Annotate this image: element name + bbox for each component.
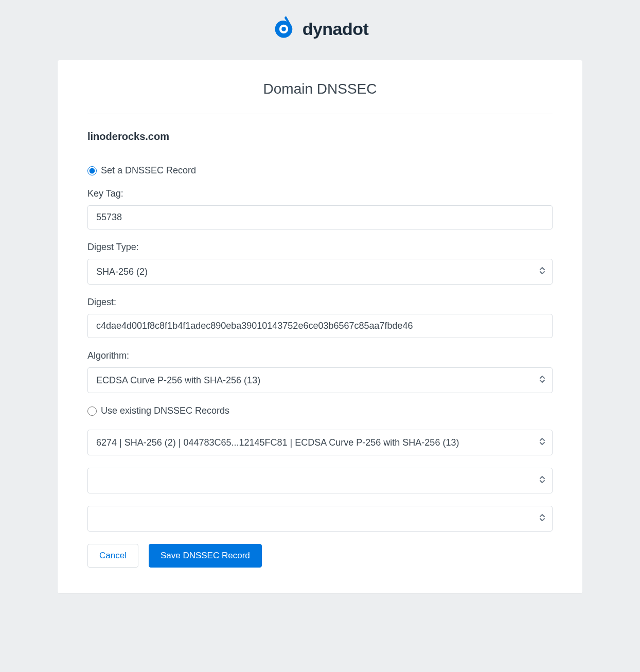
digest-type-select[interactable]: SHA-256 (2) <box>87 259 553 285</box>
dnssec-card: Domain DNSSEC linoderocks.com Set a DNSS… <box>58 60 582 593</box>
algorithm-label: Algorithm: <box>87 350 553 361</box>
existing-record-select-1[interactable]: 6274 | SHA-256 (2) | 044783C65...12145FC… <box>87 430 553 455</box>
radio-set-dnssec[interactable] <box>87 166 97 175</box>
option-use-existing[interactable]: Use existing DNSSEC Records <box>87 405 553 416</box>
key-tag-input[interactable] <box>87 205 553 229</box>
dynadot-logo-icon <box>272 15 303 42</box>
brand-name: dynadot <box>303 19 369 39</box>
radio-use-existing[interactable] <box>87 406 97 416</box>
domain-name: linoderocks.com <box>87 131 553 143</box>
existing-record-select-2[interactable] <box>87 468 553 493</box>
option-set-dnssec[interactable]: Set a DNSSEC Record <box>87 165 553 176</box>
brand-header: dynadot <box>10 15 630 42</box>
cancel-button[interactable]: Cancel <box>87 544 138 568</box>
digest-type-label: Digest Type: <box>87 242 553 253</box>
button-row: Cancel Save DNSSEC Record <box>87 544 553 568</box>
svg-point-1 <box>281 27 286 31</box>
radio-use-existing-label: Use existing DNSSEC Records <box>101 405 229 416</box>
digest-input[interactable] <box>87 314 553 338</box>
divider <box>87 114 553 114</box>
existing-record-select-3[interactable] <box>87 506 553 532</box>
page-title: Domain DNSSEC <box>87 81 553 97</box>
key-tag-label: Key Tag: <box>87 188 553 199</box>
save-button[interactable]: Save DNSSEC Record <box>149 544 262 568</box>
algorithm-select[interactable]: ECDSA Curve P-256 with SHA-256 (13) <box>87 367 553 393</box>
digest-label: Digest: <box>87 297 553 308</box>
radio-set-dnssec-label: Set a DNSSEC Record <box>101 165 196 176</box>
